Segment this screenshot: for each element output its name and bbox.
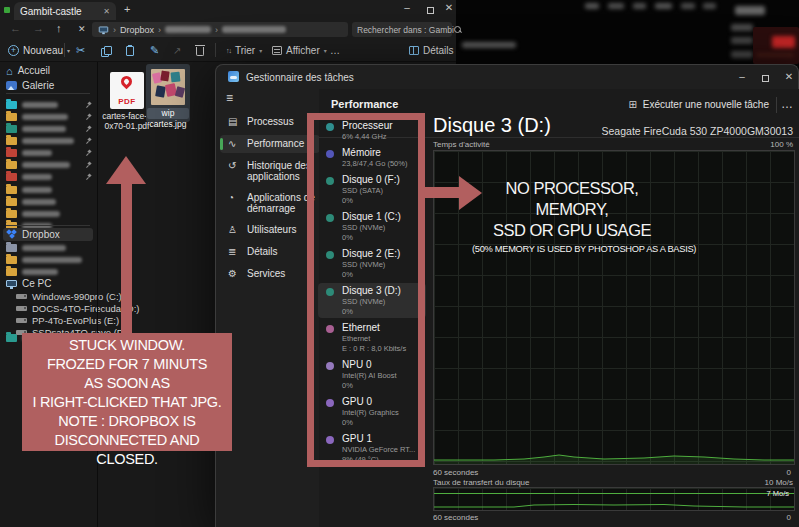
sidebar-item-label: Windows-990pro (C:): [32, 291, 122, 302]
page-title: Performance: [331, 98, 398, 110]
this-pc-icon: [6, 280, 17, 287]
nav-item-label: Processus: [247, 116, 294, 127]
taskmgr-nav-item-details[interactable]: ≣ Détails: [220, 243, 320, 261]
home-icon: ⌂: [6, 66, 13, 76]
more-button[interactable]: …: [330, 43, 340, 58]
sidebar-item-label: Accueil: [18, 65, 50, 76]
details-pane-icon: [409, 46, 419, 55]
annotation-arrow-right: [425, 187, 460, 198]
taskmgr-nav-item-utilisateurs[interactable]: ♙ Utilisateurs: [220, 221, 320, 239]
pdf-logo-icon: [119, 74, 135, 90]
copy-button[interactable]: [101, 43, 110, 58]
forward-icon[interactable]: →: [33, 22, 44, 34]
folder-icon: [6, 113, 17, 121]
more-menu-icon[interactable]: …: [781, 97, 793, 111]
breadcrumb-root[interactable]: Dropbox: [120, 25, 154, 35]
paste-icon: [126, 46, 134, 56]
folder-icon: [6, 173, 17, 181]
sidebar-item-blurred[interactable]: [6, 170, 94, 183]
sidebar-item-dropbox[interactable]: Dropbox: [3, 228, 93, 241]
nav-item-label: Services: [247, 268, 285, 279]
breadcrumb-chevron: ›: [113, 25, 116, 35]
back-icon[interactable]: ←: [10, 22, 21, 34]
chevron-down-icon: ▾: [259, 47, 262, 54]
performance-icon: ∿: [228, 138, 239, 150]
blurred-red-rows: [756, 53, 794, 57]
menu-icon[interactable]: ≡: [226, 91, 233, 105]
rename-button[interactable]: ✎: [150, 43, 159, 58]
explorer-tab-bar: Gambit-castle ✕ + – ✕: [0, 0, 456, 20]
stop-refresh-icon[interactable]: ✕: [78, 24, 86, 34]
new-tab-button[interactable]: +: [124, 3, 130, 15]
new-button[interactable]: + Nouveau ▾: [8, 43, 70, 58]
drive-icon: [16, 306, 27, 311]
blurred-panel-item: [731, 37, 753, 44]
taskmgr-nav-item-demarrage[interactable]: ◔ Applications de démarrage: [220, 189, 320, 217]
taskmgr-app-icon: [228, 71, 239, 82]
taskmgr-nav-item-services[interactable]: ⚙ Services: [220, 265, 320, 283]
cut-button[interactable]: ✂: [76, 43, 85, 58]
blurred-label: [22, 126, 66, 132]
blurred-label: [22, 211, 60, 217]
blurred-label: [22, 174, 52, 180]
run-new-task-label: Exécuter une nouvelle tâche: [643, 99, 769, 110]
pdf-file-icon: PDF: [110, 72, 144, 109]
tab-close-icon[interactable]: ✕: [103, 7, 110, 16]
divider: [64, 43, 65, 57]
breadcrumb-blurred-segment[interactable]: [165, 26, 211, 33]
maximize-button[interactable]: [762, 75, 769, 82]
sidebar-item-this-pc[interactable]: Ce PC: [6, 277, 51, 290]
delete-button[interactable]: [196, 43, 204, 58]
window-title: Gestionnaire des tâches: [246, 72, 354, 83]
blurred-menu-item: [681, 3, 695, 9]
x-axis-label: 60 secondes: [433, 513, 478, 522]
details-pane-button[interactable]: Détails: [409, 43, 454, 58]
folder-icon: [6, 244, 17, 252]
annotation-text: DISCONNECTED AND CLOSED.: [22, 431, 232, 469]
sidebar-item-label: Galerie: [22, 80, 54, 91]
file-name: wip cartes.jpg: [147, 108, 189, 119]
sidebar-item-home[interactable]: ⌂ Accueil: [6, 64, 50, 77]
maximize-button[interactable]: [427, 7, 434, 14]
rename-icon: ✎: [150, 45, 159, 56]
breadcrumb-blurred-segment[interactable]: [222, 26, 286, 33]
annotation-highlight-rectangle: [307, 113, 425, 467]
up-icon[interactable]: ↑: [56, 22, 62, 34]
explorer-address-bar: ← → ↑ ✕ › Dropbox › › Rechercher dans : …: [0, 20, 456, 39]
folder-icon: [6, 161, 17, 169]
taskmgr-nav-item-historique[interactable]: ↺ Historique des applications: [220, 157, 320, 185]
view-button[interactable]: Afficher ▾: [272, 43, 327, 58]
annotation-text: NO PROCESSOR, MEMORY,: [472, 178, 672, 220]
taskmgr-nav-item-performance[interactable]: ∿ Performance: [220, 135, 320, 153]
screenshot-canvas: Gambit-castle ✕ + – ✕ ← → ↑ ✕ › Dropbox …: [0, 0, 799, 527]
taskmgr-nav-item-processus[interactable]: ▤ Processus: [220, 113, 320, 131]
blurred-label: [22, 138, 74, 144]
minimize-button[interactable]: –: [733, 71, 751, 82]
annotation-text: FROZED FOR 7 MINUTS: [22, 355, 232, 374]
close-button[interactable]: ✕: [780, 71, 798, 82]
close-button[interactable]: ✕: [440, 2, 458, 13]
breadcrumb[interactable]: › Dropbox › ›: [92, 22, 348, 37]
pin-icon: [86, 162, 92, 168]
drive-icon: [16, 318, 27, 323]
sidebar-item-gallery[interactable]: Galerie: [6, 79, 54, 92]
annotation-text: NOTE : DROPBOX IS: [22, 412, 232, 431]
blurred-menu-item: [703, 3, 716, 9]
sort-button[interactable]: ↑↓ Trier ▾: [226, 43, 262, 58]
search-input[interactable]: Rechercher dans : Gambi: [352, 22, 452, 37]
pin-icon: [86, 114, 92, 120]
new-icon: +: [8, 45, 19, 56]
run-new-task-button[interactable]: ⊞ Exécuter une nouvelle tâche: [628, 99, 769, 110]
share-button[interactable]: ↗: [173, 43, 181, 58]
app-icon: [4, 7, 10, 13]
disk-model: Seagate FireCuda 530 ZP4000GM30013: [602, 125, 793, 137]
explorer-tab[interactable]: Gambit-castle ✕: [14, 2, 116, 20]
paste-button[interactable]: [126, 43, 134, 58]
jpg-thumbnail: [151, 69, 185, 105]
minimize-button[interactable]: –: [398, 2, 416, 13]
thumb-card: [171, 72, 181, 83]
sort-label: Trier: [235, 45, 255, 56]
folder-icon: [6, 256, 17, 264]
folder-icon: [6, 198, 17, 206]
annotation-text: AS SOON AS: [22, 374, 232, 393]
